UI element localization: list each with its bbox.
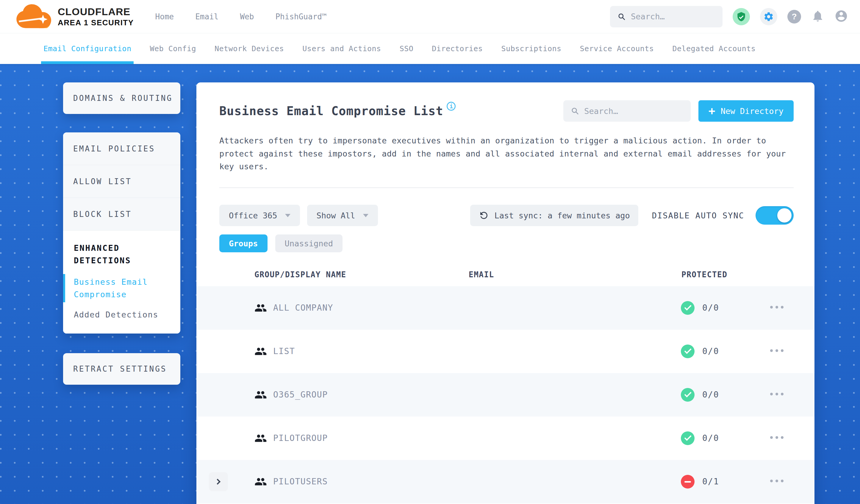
top-actions xyxy=(610,6,860,27)
sidebar: DOMAINS & ROUTING EMAIL POLICIES ALLOW L… xyxy=(63,83,180,385)
group-icon xyxy=(255,345,267,358)
panel-header: Business Email Compromise List New Direc… xyxy=(219,100,794,122)
allow-list-label: ALLOW LIST xyxy=(73,177,132,186)
sidebar-item-added-detections[interactable]: Added Detections xyxy=(74,310,170,319)
info-icon[interactable] xyxy=(447,102,456,111)
refresh-icon xyxy=(478,210,489,221)
row-actions-menu[interactable] xyxy=(770,306,784,308)
directory-dropdown-value: Office 365 xyxy=(229,211,277,220)
chevron-right-icon xyxy=(215,479,220,485)
protected-check-icon xyxy=(681,431,694,445)
retract-settings-label: RETRACT SETTINGS xyxy=(73,364,167,373)
last-sync-button[interactable]: Last sync: a few minutes ago xyxy=(470,205,638,226)
global-search-input[interactable] xyxy=(631,12,715,21)
pill-groups[interactable]: Groups xyxy=(219,234,268,252)
filters-row: Office 365 Show All Last sync: a few min… xyxy=(219,205,794,226)
sidebar-item-block-list[interactable]: BLOCK LIST xyxy=(63,198,180,231)
nav-phishguard[interactable]: PhishGuard™ xyxy=(275,12,327,21)
new-directory-label: New Directory xyxy=(721,106,784,116)
divider xyxy=(219,187,794,188)
avatar-icon[interactable] xyxy=(834,9,848,24)
nav-home[interactable]: Home xyxy=(155,12,174,21)
table-row: O365_GROUP 0/0 xyxy=(197,373,815,417)
show-filter-value: Show All xyxy=(317,211,355,220)
sidebar-item-domains-routing[interactable]: DOMAINS & ROUTING xyxy=(63,83,180,114)
new-directory-button[interactable]: New Directory xyxy=(699,100,794,122)
sidebar-item-allow-list[interactable]: ALLOW LIST xyxy=(63,165,180,198)
header-protected: PROTECTED xyxy=(682,270,727,279)
auto-sync-toggle[interactable] xyxy=(756,206,794,225)
tab-directories[interactable]: Directories xyxy=(432,33,483,64)
sidebar-item-business-email-compromise[interactable]: Business Email Compromise xyxy=(74,276,170,301)
config-tabs: Email Configuration Web Config Network D… xyxy=(0,33,860,64)
protected-count: 0/0 xyxy=(702,433,719,443)
auto-sync-label: DISABLE AUTO SYNC xyxy=(652,211,744,220)
tab-sso[interactable]: SSO xyxy=(400,33,414,64)
main-panel: Business Email Compromise List New Direc… xyxy=(197,83,815,504)
tab-network-devices[interactable]: Network Devices xyxy=(215,33,284,64)
protected-count: 0/0 xyxy=(702,390,719,400)
search-icon xyxy=(571,106,579,115)
show-filter-dropdown[interactable]: Show All xyxy=(307,205,378,226)
protected-check-icon xyxy=(681,301,694,315)
tab-delegated-accounts[interactable]: Delegated Accounts xyxy=(672,33,756,64)
group-icon xyxy=(255,475,267,488)
help-icon[interactable] xyxy=(787,10,801,24)
table-row: PILOTGROUP 0/0 xyxy=(197,417,815,460)
row-actions-menu[interactable] xyxy=(770,480,784,482)
tab-service-accounts[interactable]: Service Accounts xyxy=(580,33,654,64)
gear-icon[interactable] xyxy=(760,8,777,25)
page-title: Business Email Compromise List xyxy=(219,104,443,118)
search-icon xyxy=(618,12,626,21)
email-policies-label: EMAIL POLICIES xyxy=(73,144,155,153)
chevron-down-icon xyxy=(285,214,290,217)
group-icon xyxy=(255,389,267,401)
table-row: PILOTUSERS 0/1 xyxy=(197,460,815,503)
row-actions-menu[interactable] xyxy=(770,349,784,352)
group-name: LIST xyxy=(273,346,295,356)
row-actions-menu[interactable] xyxy=(770,436,784,439)
tab-web-config[interactable]: Web Config xyxy=(150,33,196,64)
global-search[interactable] xyxy=(610,6,722,27)
group-name: PILOTGROUP xyxy=(273,433,328,443)
nav-web[interactable]: Web xyxy=(240,12,254,21)
directory-dropdown[interactable]: Office 365 xyxy=(219,205,300,226)
row-actions-menu[interactable] xyxy=(770,393,784,395)
nav-email[interactable]: Email xyxy=(195,12,218,21)
page-description: Attackers often try to impersonate execu… xyxy=(219,134,792,173)
protected-count: 0/0 xyxy=(702,346,719,356)
cloudflare-logo: CLOUDFLARE AREA 1 SECURITY xyxy=(15,3,134,30)
domains-routing-label: DOMAINS & ROUTING xyxy=(73,94,173,103)
list-search-input[interactable] xyxy=(584,106,683,116)
shield-check-icon[interactable] xyxy=(733,8,750,25)
view-pills: Groups Unassigned xyxy=(219,234,794,252)
enhanced-detections-label[interactable]: ENHANCED DETECTIONS xyxy=(74,242,170,267)
list-search[interactable] xyxy=(563,100,691,122)
table-header: GROUP/DISPLAY NAME EMAIL PROTECTED xyxy=(197,268,815,286)
sidebar-item-email-policies[interactable]: EMAIL POLICIES xyxy=(63,132,180,165)
pill-unassigned[interactable]: Unassigned xyxy=(275,234,343,252)
expand-row-button[interactable] xyxy=(209,472,228,491)
brand-title: CLOUDFLARE xyxy=(58,6,134,17)
protected-check-icon xyxy=(681,388,694,402)
sidebar-item-retract-settings[interactable]: RETRACT SETTINGS xyxy=(63,353,180,385)
bell-icon[interactable] xyxy=(811,10,824,24)
header-email: EMAIL xyxy=(469,270,494,279)
protected-blocked-icon xyxy=(681,475,694,489)
last-sync-text: Last sync: a few minutes ago xyxy=(494,211,630,220)
table-row: ALL COMPANY 0/0 xyxy=(197,286,815,330)
group-name: ALL COMPANY xyxy=(273,303,333,313)
groups-table: GROUP/DISPLAY NAME EMAIL PROTECTED ALL C… xyxy=(197,268,815,503)
tab-subscriptions[interactable]: Subscriptions xyxy=(501,33,561,64)
protected-check-icon xyxy=(681,345,694,358)
group-icon xyxy=(255,432,267,445)
tab-email-configuration[interactable]: Email Configuration xyxy=(43,33,131,64)
protected-count: 0/1 xyxy=(702,477,719,487)
top-bar: CLOUDFLARE AREA 1 SECURITY Home Email We… xyxy=(0,0,860,33)
chevron-down-icon xyxy=(363,214,369,217)
table-row: LIST 0/0 xyxy=(197,330,815,373)
brand-subtitle: AREA 1 SECURITY xyxy=(58,18,134,27)
tab-users-and-actions[interactable]: Users and Actions xyxy=(302,33,381,64)
protected-count: 0/0 xyxy=(702,303,719,313)
cloudflare-cloud-icon xyxy=(15,3,55,30)
